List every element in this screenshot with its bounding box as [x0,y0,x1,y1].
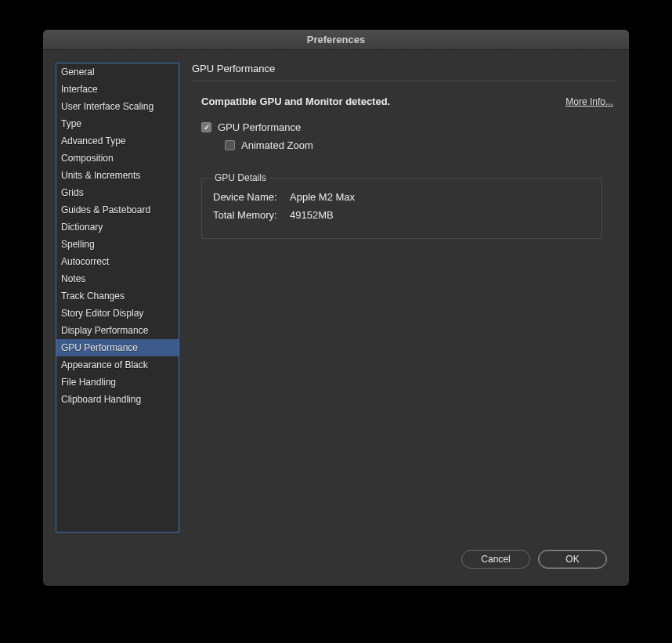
status-row: Compatible GPU and Monitor detected. Mor… [192,96,616,107]
device-name-label: Device Name: [213,191,285,203]
main-panel: GPU Performance Compatible GPU and Monit… [192,63,616,534]
sidebar-item[interactable]: Story Editor Display [56,305,179,322]
sidebar-item[interactable]: General [56,63,179,81]
total-memory-row: Total Memory: 49152MB [213,209,591,221]
total-memory-label: Total Memory: [213,209,285,221]
device-name-value: Apple M2 Max [290,191,355,203]
sidebar[interactable]: GeneralInterfaceUser Interface ScalingTy… [56,63,179,533]
sidebar-item[interactable]: Advanced Type [56,132,179,150]
sidebar-item[interactable]: File Handling [56,374,179,391]
device-name-row: Device Name: Apple M2 Max [213,191,591,203]
sidebar-item[interactable]: Track Changes [56,287,179,305]
animated-zoom-checkbox-row: Animated Zoom [192,139,616,151]
sidebar-item[interactable]: Autocorrect [56,253,179,270]
total-memory-value: 49152MB [290,209,334,221]
sidebar-item[interactable]: GPU Performance [56,339,179,356]
animated-zoom-label: Animated Zoom [241,139,313,151]
sidebar-item[interactable]: Grids [56,184,179,201]
titlebar: Preferences [43,30,629,50]
sidebar-item[interactable]: Composition [56,150,179,167]
preferences-dialog: Preferences GeneralInterfaceUser Interfa… [43,30,629,586]
sidebar-item[interactable]: Interface [56,81,179,98]
compat-status-text: Compatible GPU and Monitor detected. [201,96,390,107]
sidebar-item[interactable]: Guides & Pasteboard [56,201,179,219]
gpu-details-fieldset: GPU Details Device Name: Apple M2 Max To… [201,178,602,239]
dialog-footer: Cancel OK [43,542,629,586]
sidebar-item[interactable]: Clipboard Handling [56,391,179,408]
gpu-performance-checkbox[interactable] [201,122,211,132]
sidebar-item[interactable]: Type [56,115,179,132]
dialog-title: Preferences [307,34,365,45]
gpu-performance-checkbox-row: GPU Performance [192,121,616,133]
sidebar-item[interactable]: Notes [56,270,179,287]
sidebar-item[interactable]: Display Performance [56,322,179,339]
sidebar-item[interactable]: Units & Increments [56,167,179,184]
animated-zoom-checkbox[interactable] [225,140,235,150]
gpu-performance-label: GPU Performance [218,121,301,133]
gpu-details-legend: GPU Details [211,172,269,183]
sidebar-item[interactable]: Appearance of Black [56,356,179,374]
sidebar-item[interactable]: User Interface Scaling [56,98,179,115]
more-info-link[interactable]: More Info... [565,96,613,107]
sidebar-item[interactable]: Spelling [56,236,179,253]
dialog-body: GeneralInterfaceUser Interface ScalingTy… [43,50,629,542]
panel-title: GPU Performance [192,60,616,81]
ok-button[interactable]: OK [538,550,607,569]
cancel-button[interactable]: Cancel [461,550,530,569]
sidebar-item[interactable]: Dictionary [56,219,179,236]
